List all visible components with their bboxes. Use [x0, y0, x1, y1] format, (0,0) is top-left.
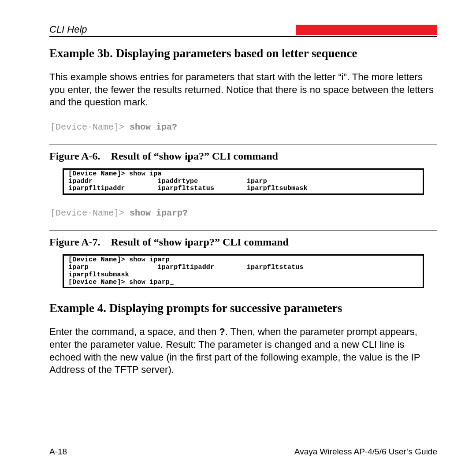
example-4-question-mark: ?	[219, 326, 225, 337]
figure-a6-terminal: [Device Name]> show ipa ipaddr ipaddrtyp…	[63, 168, 424, 195]
cli-command: show iparp?	[130, 208, 188, 218]
figure-a7-terminal: [Device Name]> show iparp iparp iparpflt…	[63, 254, 424, 288]
example-4-paragraph: Enter the command, a space, and then ?. …	[49, 326, 437, 376]
example-4-heading: Example 4. Displaying prompts for succes…	[49, 301, 437, 315]
example-4-text-pre: Enter the command, a space, and then	[49, 326, 219, 337]
cli-command-line-2: [Device-Name]> show iparp?	[50, 208, 437, 218]
figure-a6-caption: Figure A-6. Result of “show ipa?” CLI co…	[49, 150, 437, 162]
figure-a7-caption: Figure A-7. Result of “show iparp?” CLI …	[49, 236, 437, 248]
header-rule	[49, 36, 437, 37]
cli-command: show ipa?	[130, 122, 177, 132]
page-footer: A-18 Avaya Wireless AP-4/5/6 User’s Guid…	[49, 447, 437, 457]
header-section-title: CLI Help	[49, 24, 87, 35]
page-header: CLI Help	[49, 24, 437, 35]
footer-page-number: A-18	[49, 447, 67, 457]
cli-prompt: [Device-Name]>	[50, 208, 130, 218]
figure-a6-rule	[49, 145, 437, 145]
figure-a7-rule	[49, 231, 437, 231]
cli-prompt: [Device-Name]>	[50, 122, 130, 132]
example-3b-paragraph: This example shows entries for parameter…	[49, 71, 437, 109]
header-red-bar	[296, 25, 437, 35]
footer-guide-title: Avaya Wireless AP-4/5/6 User’s Guide	[294, 447, 437, 457]
cli-command-line-1: [Device-Name]> show ipa?	[50, 122, 437, 132]
example-3b-heading: Example 3b. Displaying parameters based …	[49, 47, 437, 60]
